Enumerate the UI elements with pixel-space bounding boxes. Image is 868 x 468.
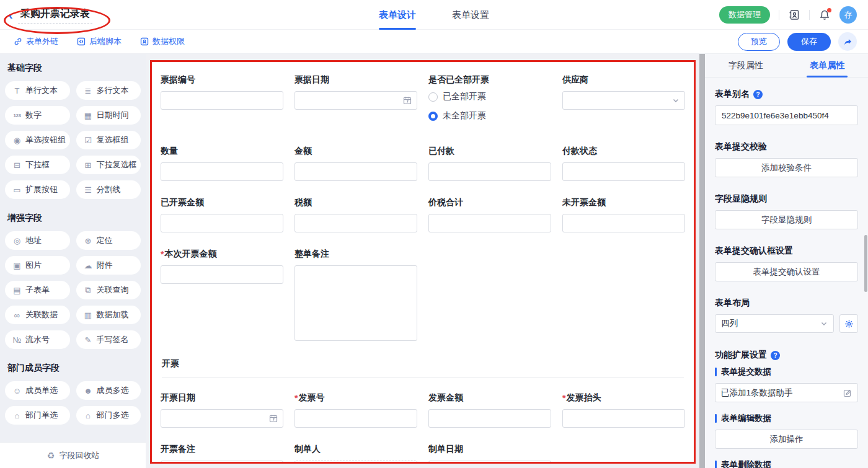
page-title[interactable]: 采购开票记录表 — [18, 6, 92, 24]
form-field: 票据编号 — [161, 74, 283, 130]
field-type-image[interactable]: ▣图片 — [5, 256, 70, 275]
radio-option[interactable]: 已全部开票 — [428, 91, 551, 102]
text-input[interactable] — [161, 162, 283, 181]
field-type-location[interactable]: ⊕定位 — [76, 231, 141, 250]
field-type-checkbox-group[interactable]: ☑复选框组 — [76, 131, 141, 149]
linked-query-icon: ⧉ — [84, 285, 93, 295]
data-assistant-box[interactable]: 已添加1条数据助手 — [715, 383, 858, 402]
text-input[interactable] — [161, 91, 283, 110]
text-input[interactable] — [562, 214, 685, 232]
section-title-member-fields: 部门成员字段 — [7, 363, 141, 374]
field-type-address[interactable]: ◎地址 — [5, 231, 70, 250]
date-input[interactable] — [294, 91, 417, 110]
back-icon[interactable]: ‹ — [9, 9, 13, 21]
data-manage-button[interactable]: 数据管理 — [719, 6, 770, 24]
dropdown-icon: ⊟ — [12, 161, 22, 170]
radio-option[interactable]: 未全部开票 — [428, 110, 551, 121]
avatar[interactable]: 存 — [839, 6, 857, 24]
tab-field-properties[interactable]: 字段属性 — [705, 54, 787, 77]
text-input[interactable] — [562, 162, 685, 181]
layout-select[interactable]: 四列 — [715, 314, 834, 333]
divider — [779, 10, 779, 20]
section-title-basic-fields: 基础字段 — [7, 63, 141, 74]
field-type-data-load[interactable]: ▥数据加载 — [76, 306, 141, 324]
text-input[interactable] — [428, 409, 551, 428]
text-input[interactable] — [161, 461, 283, 464]
address-book-icon[interactable] — [788, 9, 800, 21]
confirm-dialog-button[interactable]: 表单提交确认设置 — [715, 262, 858, 281]
field-type-linked-query[interactable]: ⧉关联查询 — [76, 281, 141, 299]
date-input[interactable]: 2023-01-05 — [428, 461, 551, 464]
form-field: 发票金额 — [428, 392, 551, 428]
select-input[interactable] — [562, 91, 685, 110]
section-title-enhanced-fields: 增强字段 — [7, 213, 141, 224]
help-icon[interactable]: ? — [771, 351, 780, 360]
form-field: 开票备注 — [161, 444, 283, 464]
field-type-radio-group[interactable]: ◉单选按钮组 — [5, 131, 70, 149]
tab-form-design[interactable]: 表单设计 — [379, 0, 416, 30]
help-icon[interactable]: ? — [753, 90, 763, 99]
add-validation-button[interactable]: 添加校验条件 — [715, 158, 858, 177]
member-input[interactable]: 户 当前用户 — [294, 461, 417, 464]
form-canvas[interactable]: 票据编号 票据日期 是否已全部开票 已全部开票 未全部开票 — [150, 60, 696, 464]
field-type-serial-number[interactable]: №流水号 — [5, 330, 70, 349]
field-type-number[interactable]: 123数字 — [5, 106, 70, 125]
panel-scrollbar[interactable] — [864, 235, 867, 292]
textarea-input[interactable] — [294, 265, 417, 341]
field-type-dropdown[interactable]: ⊟下拉框 — [5, 156, 70, 174]
backend-script-link[interactable]: 后端脚本 — [77, 36, 122, 47]
form-field: 票据日期 — [294, 74, 417, 130]
ext-section-submit-data: 表单提交数据 已添加1条数据助手 — [715, 366, 858, 402]
ext-section-delete-data: 表单删除数据 添加操作 — [715, 459, 858, 468]
properties-panel: 字段属性 表单属性 表单别名 ? 表单提交校验 添加校验条件 字段显隐规则 字段… — [705, 54, 868, 468]
form-field: 制单人 户 当前用户 — [294, 444, 417, 464]
save-button[interactable]: 保存 — [787, 33, 831, 51]
form-field: 价税合计 — [428, 197, 551, 232]
tab-form-properties[interactable]: 表单属性 — [787, 54, 868, 77]
form-field: 发票号 — [294, 392, 417, 428]
add-operation-button[interactable]: 添加操作 — [715, 430, 858, 449]
layout-settings-button[interactable] — [839, 314, 858, 333]
share-button[interactable] — [838, 32, 857, 51]
field-type-datetime[interactable]: ▦日期时间 — [76, 106, 141, 125]
text-input[interactable] — [161, 214, 283, 232]
ext-section-edit-data: 表单编辑数据 添加操作 — [715, 413, 858, 459]
field-type-department-single[interactable]: ⌂部门单选 — [5, 406, 70, 425]
visibility-rules-button[interactable]: 字段显隐规则 — [715, 210, 858, 229]
section-divider — [162, 377, 684, 377]
field-type-dropdown-multi[interactable]: ⊞下拉复选框 — [76, 156, 141, 174]
calendar-icon — [269, 414, 278, 423]
text-input[interactable] — [428, 214, 551, 232]
divider-icon: ☰ — [84, 185, 93, 195]
field-type-member-multi[interactable]: ☻成员多选 — [76, 381, 141, 400]
preview-button[interactable]: 预览 — [738, 33, 780, 51]
text-input[interactable] — [562, 409, 685, 428]
data-permission-link[interactable]: 数据权限 — [140, 36, 185, 47]
form-field: 制单日期 2023-01-05 — [428, 444, 551, 464]
form-external-link[interactable]: 表单外链 — [14, 36, 58, 47]
linked-data-icon: ∞ — [12, 311, 22, 320]
field-type-member-single[interactable]: ☺成员单选 — [5, 381, 70, 400]
field-recycle-bin[interactable]: ♻ 字段回收站 — [0, 442, 146, 468]
field-type-multi-line-text[interactable]: ≣多行文本 — [76, 81, 141, 100]
text-input[interactable] — [428, 162, 551, 181]
date-input[interactable] — [161, 409, 283, 428]
field-type-signature[interactable]: ✎手写签名 — [76, 330, 141, 349]
notification-dot — [827, 8, 831, 12]
canvas-scrollbar[interactable] — [699, 54, 705, 468]
form-alias-input[interactable] — [715, 105, 858, 125]
field-type-linked-data[interactable]: ∞关联数据 — [5, 306, 70, 324]
field-type-single-line-text[interactable]: T单行文本 — [5, 81, 70, 100]
field-type-department-multi[interactable]: ⌂部门多选 — [76, 406, 141, 425]
field-type-divider[interactable]: ☰分割线 — [76, 180, 141, 199]
field-type-subform[interactable]: ▤子表单 — [5, 281, 70, 299]
text-input[interactable] — [294, 409, 417, 428]
text-input[interactable] — [161, 265, 283, 284]
field-type-attachment[interactable]: ☁附件 — [76, 256, 141, 275]
text-input[interactable] — [294, 162, 417, 181]
bell-icon[interactable] — [818, 9, 831, 21]
text-input[interactable] — [294, 214, 417, 232]
tab-form-settings[interactable]: 表单设置 — [452, 0, 489, 30]
field-type-extend-button[interactable]: ▭扩展按钮 — [5, 180, 70, 199]
radio-unselected-icon — [428, 92, 438, 102]
